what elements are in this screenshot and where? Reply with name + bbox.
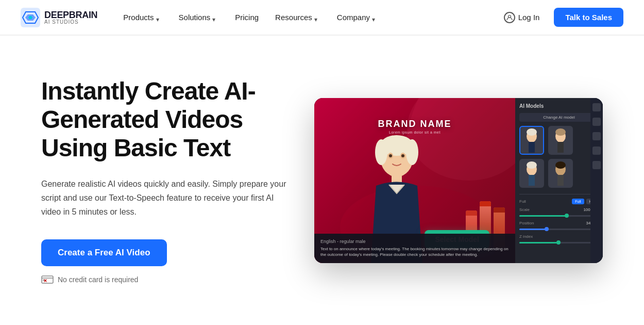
brand-sub-overlay: Lorem ipsum dolor sit a met: [378, 131, 452, 134]
hero-section: Instantly Create AI-Generated Videos Usi…: [0, 36, 644, 325]
full-label: Full: [519, 199, 526, 204]
no-credit-text: No credit card is required: [58, 275, 138, 284]
svg-point-33: [555, 161, 566, 169]
avatar-face-1: [520, 127, 543, 154]
scale-slider-dot: [565, 214, 569, 218]
nav-item-pricing[interactable]: Pricing: [228, 9, 266, 26]
svg-rect-31: [529, 175, 535, 186]
navbar: DEEPBRAIN AI STUDIOS Products Solutions …: [0, 0, 644, 35]
brand-subtitle: AI STUDIOS: [44, 20, 97, 25]
panel-title: AI Models: [519, 103, 599, 109]
full-control-row: Full Full Half: [519, 199, 599, 204]
zindex-label: Z index: [519, 234, 533, 239]
zindex-slider-fill: [519, 242, 559, 243]
scale-section: Scale 100 + %: [519, 207, 599, 217]
avatar-2[interactable]: [548, 126, 573, 155]
cta-wrapper: Create a Free AI Video: [41, 239, 314, 275]
script-text: Text to on announce where today's meetin…: [320, 246, 509, 257]
nav-item-resources[interactable]: Resources: [268, 9, 328, 26]
nav-item-products[interactable]: Products: [116, 9, 169, 26]
login-label: Log In: [518, 13, 540, 22]
create-free-video-button[interactable]: Create a Free AI Video: [41, 239, 167, 266]
ai-models-panel: AI Models Change AI model: [515, 98, 603, 263]
language-label: English - regular male: [320, 239, 509, 244]
svg-rect-28: [557, 142, 564, 153]
hero-subtext: Generate realistic AI videos quickly and…: [41, 177, 289, 219]
navbar-right: Log In Talk to Sales: [498, 8, 623, 27]
controls-panel: Full Full Half Scale 100 + %: [519, 194, 599, 248]
full-option[interactable]: Full: [572, 199, 584, 204]
panel-icon-1[interactable]: [592, 103, 601, 111]
svg-point-21: [401, 154, 404, 157]
position-slider-dot: [545, 227, 549, 231]
position-slider[interactable]: [519, 229, 599, 230]
logo[interactable]: DEEPBRAIN AI STUDIOS: [21, 8, 97, 27]
hero-left: Instantly Create AI-Generated Videos Usi…: [41, 77, 314, 284]
avatar-row-2: [519, 159, 599, 188]
video-preview: BRAND NAME Lorem ipsum dolor sit a met: [314, 98, 603, 263]
svg-point-16: [375, 139, 387, 165]
position-label: Position: [519, 221, 534, 225]
scale-row: Scale 100 + %: [519, 207, 599, 212]
logo-text: DEEPBRAIN AI STUDIOS: [44, 10, 97, 25]
credit-card-icon: [41, 275, 54, 284]
panel-icon-3[interactable]: [592, 132, 601, 140]
svg-point-24: [527, 128, 537, 136]
video-main-area: BRAND NAME Lorem ipsum dolor sit a met: [314, 98, 515, 263]
chevron-down-icon: [314, 14, 320, 21]
user-icon: [504, 12, 515, 23]
panel-icon-2[interactable]: [592, 118, 601, 126]
position-row: Position 34 / 34: [519, 221, 599, 225]
no-credit-note: No credit card is required: [41, 275, 314, 284]
logo-icon: [21, 8, 40, 27]
hero-heading: Instantly Create AI-Generated Videos Usi…: [41, 77, 314, 163]
avatar-face-4: [549, 160, 572, 187]
zindex-section: Z index: [519, 234, 599, 243]
avatar-4[interactable]: [548, 159, 573, 188]
panel-icon-4[interactable]: [592, 147, 601, 155]
chevron-down-icon: [372, 14, 378, 21]
brand-name: DEEPBRAIN: [44, 10, 97, 20]
svg-point-30: [527, 161, 537, 169]
panel-icons: [590, 98, 603, 263]
talk-to-sales-button[interactable]: Talk to Sales: [554, 8, 623, 27]
login-button[interactable]: Log In: [498, 8, 546, 27]
scale-slider[interactable]: [519, 215, 599, 217]
svg-rect-34: [557, 175, 564, 186]
zindex-slider-dot: [556, 240, 561, 245]
avatar-face-3: [520, 160, 543, 187]
zindex-row: Z index: [519, 234, 599, 239]
avatar-row-1: [519, 126, 599, 155]
nav-item-company[interactable]: Company: [330, 9, 385, 26]
svg-rect-25: [529, 142, 535, 153]
svg-point-20: [389, 154, 392, 157]
hero-right: BRAND NAME Lorem ipsum dolor sit a met: [314, 98, 603, 263]
script-bar: English - regular male Text to on announ…: [314, 234, 515, 263]
change-model-btn[interactable]: Change AI model: [519, 113, 599, 122]
avatar-face-2: [549, 127, 572, 154]
brand-overlay: BRAND NAME Lorem ipsum dolor sit a met: [378, 119, 452, 134]
avatar-3[interactable]: [519, 159, 544, 188]
position-section: Position 34 / 34: [519, 221, 599, 230]
panel-icon-5[interactable]: [592, 161, 601, 169]
zindex-slider[interactable]: [519, 242, 599, 243]
avatar-1[interactable]: [519, 126, 544, 155]
svg-point-17: [406, 139, 418, 165]
nav-item-solutions[interactable]: Solutions: [172, 9, 226, 26]
position-slider-fill: [519, 229, 547, 230]
chevron-down-icon: [156, 14, 162, 21]
scale-label: Scale: [519, 207, 530, 212]
nav-items: Products Solutions Pricing Resources Com…: [116, 9, 385, 26]
chevron-down-icon: [212, 14, 218, 21]
svg-point-27: [555, 128, 566, 136]
scale-slider-fill: [519, 215, 567, 217]
navbar-left: DEEPBRAIN AI STUDIOS Products Solutions …: [21, 8, 385, 27]
brand-name-overlay: BRAND NAME: [378, 119, 452, 129]
avatar-list: [519, 126, 599, 188]
